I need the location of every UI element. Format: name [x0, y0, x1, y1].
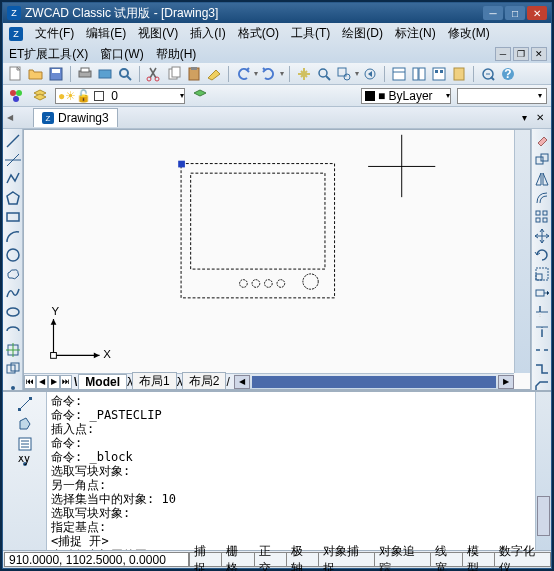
area-icon[interactable]	[17, 416, 33, 432]
tab-close-icon[interactable]: ✕	[533, 111, 547, 125]
color-combo[interactable]: ■ ByLayer ▾	[361, 88, 451, 104]
menu-dim[interactable]: 标注(N)	[395, 25, 436, 42]
menu-edit[interactable]: 编辑(E)	[86, 25, 126, 42]
status-osnap[interactable]: 对象捕捉	[318, 552, 375, 567]
rotate-icon[interactable]	[534, 247, 550, 263]
copy-icon[interactable]	[165, 65, 183, 83]
redo-dropdown-icon[interactable]: ▾	[280, 69, 284, 78]
layer-color-icon[interactable]	[7, 87, 25, 105]
status-ortho[interactable]: 正交	[254, 552, 287, 567]
point-icon[interactable]	[5, 380, 21, 390]
plot-icon[interactable]	[96, 65, 114, 83]
document-tab[interactable]: Z Drawing3	[33, 108, 118, 127]
doc-minimize-button[interactable]: ─	[495, 47, 511, 61]
preview-icon[interactable]	[116, 65, 134, 83]
circle-icon[interactable]	[5, 247, 21, 263]
tab-prev-icon[interactable]: ◀	[36, 375, 48, 389]
design-center-icon[interactable]	[410, 65, 428, 83]
list-icon[interactable]	[17, 436, 33, 452]
zoom-previous-icon[interactable]	[361, 65, 379, 83]
menu-window[interactable]: 窗口(W)	[100, 46, 143, 63]
chamfer-icon[interactable]	[534, 380, 550, 390]
redo-icon[interactable]	[260, 65, 278, 83]
pan-icon[interactable]	[295, 65, 313, 83]
menu-format[interactable]: 格式(O)	[238, 25, 279, 42]
status-polar[interactable]: 极轴	[286, 552, 319, 567]
tab-first-icon[interactable]: ⏮	[24, 375, 36, 389]
drawing-canvas[interactable]: Y X ⏮ ◀ ▶ ⏭ \ Model λ 布局1 λ 布局2 /	[23, 129, 531, 390]
tab-last-icon[interactable]: ⏭	[60, 375, 72, 389]
menu-view[interactable]: 视图(V)	[138, 25, 178, 42]
arc-icon[interactable]	[5, 228, 21, 244]
line-icon[interactable]	[5, 133, 21, 149]
menu-help[interactable]: 帮助(H)	[156, 46, 197, 63]
menu-draw[interactable]: 绘图(D)	[342, 25, 383, 42]
tab-layout1[interactable]: 布局1	[132, 372, 177, 390]
maximize-button[interactable]: □	[505, 6, 525, 20]
doc-restore-button[interactable]: ❐	[513, 47, 529, 61]
move-icon[interactable]	[534, 228, 550, 244]
tool-palette-icon[interactable]	[430, 65, 448, 83]
match-icon[interactable]	[205, 65, 223, 83]
status-tablet[interactable]: 数字化仪	[494, 552, 551, 567]
menu-insert[interactable]: 插入(I)	[190, 25, 225, 42]
zoom-realtime-icon[interactable]	[315, 65, 333, 83]
doc-close-button[interactable]: ✕	[531, 47, 547, 61]
tab-model[interactable]: Model	[78, 374, 127, 390]
polyline-icon[interactable]	[5, 171, 21, 187]
tab-layout2[interactable]: 布局2	[182, 372, 227, 390]
tab-dropdown-icon[interactable]: ▾	[517, 111, 531, 125]
new-file-icon[interactable]	[7, 65, 25, 83]
status-otrack[interactable]: 对象追踪	[374, 552, 431, 567]
spline-icon[interactable]	[5, 285, 21, 301]
mirror-icon[interactable]	[534, 171, 550, 187]
status-lwt[interactable]: 线宽	[430, 552, 463, 567]
layer-combo[interactable]: ● ☀ 🔓 0 ▾	[55, 88, 185, 104]
undo-dropdown-icon[interactable]: ▾	[254, 69, 258, 78]
print-icon[interactable]	[76, 65, 94, 83]
rectangle-icon[interactable]	[5, 209, 21, 225]
canvas-vscrollbar[interactable]	[514, 130, 530, 373]
make-block-icon[interactable]	[5, 361, 21, 377]
menu-file[interactable]: 文件(F)	[35, 25, 74, 42]
open-file-icon[interactable]	[27, 65, 45, 83]
linetype-combo[interactable]: ▾	[457, 88, 547, 104]
offset-icon[interactable]	[534, 190, 550, 206]
status-snap[interactable]: 捕捉	[189, 552, 222, 567]
save-icon[interactable]	[47, 65, 65, 83]
hscroll-left-icon[interactable]: ◀	[234, 375, 250, 389]
copy-obj-icon[interactable]	[534, 152, 550, 168]
cut-icon[interactable]	[145, 65, 163, 83]
revcloud-icon[interactable]	[5, 266, 21, 282]
join-icon[interactable]	[534, 361, 550, 377]
dist-icon[interactable]	[17, 396, 33, 412]
insert-block-icon[interactable]	[5, 342, 21, 358]
undo-icon[interactable]	[234, 65, 252, 83]
menu-modify[interactable]: 修改(M)	[448, 25, 490, 42]
minimize-button[interactable]: ─	[483, 6, 503, 20]
stretch-icon[interactable]	[534, 285, 550, 301]
app-menu-icon[interactable]: Z	[9, 27, 23, 41]
status-model[interactable]: 模型	[462, 552, 495, 567]
layer-manager-icon[interactable]	[31, 87, 49, 105]
tab-nav-left-icon[interactable]: ◀	[7, 113, 13, 122]
menu-tools[interactable]: 工具(T)	[291, 25, 330, 42]
status-grid[interactable]: 栅格	[221, 552, 254, 567]
help-icon[interactable]: ?	[499, 65, 517, 83]
canvas-hscrollbar[interactable]	[252, 376, 496, 388]
trim-icon[interactable]	[534, 304, 550, 320]
erase-icon[interactable]	[534, 133, 550, 149]
tab-next-icon[interactable]: ▶	[48, 375, 60, 389]
menu-et[interactable]: ET扩展工具(X)	[9, 46, 88, 63]
id-icon[interactable]: xy	[17, 456, 33, 472]
close-button[interactable]: ✕	[527, 6, 547, 20]
properties-icon[interactable]	[390, 65, 408, 83]
zoom-dropdown-icon[interactable]: ▾	[355, 69, 359, 78]
clean-screen-icon[interactable]	[479, 65, 497, 83]
xline-icon[interactable]	[5, 152, 21, 168]
break-icon[interactable]	[534, 342, 550, 358]
zoom-window-icon[interactable]	[335, 65, 353, 83]
ellipse-arc-icon[interactable]	[5, 323, 21, 339]
extend-icon[interactable]	[534, 323, 550, 339]
polygon-icon[interactable]	[5, 190, 21, 206]
